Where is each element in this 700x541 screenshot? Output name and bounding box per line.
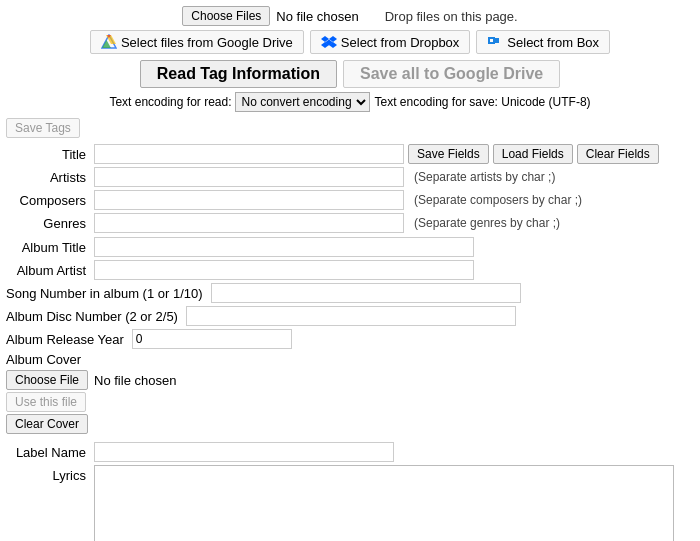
genres-row: Genres (Separate genres by char ;)	[6, 213, 694, 233]
choose-files-button[interactable]: Choose Files	[182, 6, 270, 26]
album-title-label: Album Title	[6, 240, 86, 255]
genres-label: Genres	[6, 216, 86, 231]
box-icon	[487, 34, 503, 50]
album-disc-label: Album Disc Number (2 or 2/5)	[6, 309, 178, 324]
artists-row: Artists (Separate artists by char ;)	[6, 167, 694, 187]
genres-input[interactable]	[94, 213, 404, 233]
cloud-buttons-row: Select files from Google Drive Select fr…	[6, 30, 694, 54]
artists-label: Artists	[6, 170, 86, 185]
svg-rect-4	[489, 38, 494, 43]
save-tags-button[interactable]: Save Tags	[6, 118, 80, 138]
composers-hint: (Separate composers by char ;)	[414, 193, 582, 207]
clear-cover-row: Clear Cover	[6, 414, 694, 434]
label-name-row: Label Name	[6, 442, 694, 462]
song-number-label: Song Number in album (1 or 1/10)	[6, 286, 203, 301]
album-disc-input[interactable]	[186, 306, 516, 326]
read-save-row: Read Tag Information Save all to Google …	[6, 60, 694, 88]
album-release-year-row: Album Release Year	[6, 329, 694, 349]
box-button[interactable]: Select from Box	[476, 30, 610, 54]
save-tags-row: Save Tags	[6, 118, 694, 138]
encoding-row: Text encoding for read: No convert encod…	[6, 92, 694, 112]
no-file-chosen-text: No file chosen	[276, 9, 358, 24]
read-encoding-select[interactable]: No convert encoding	[235, 92, 370, 112]
dropbox-icon	[321, 34, 337, 50]
album-cover-label: Album Cover	[6, 352, 81, 367]
save-fields-button[interactable]: Save Fields	[408, 144, 489, 164]
label-name-input[interactable]	[94, 442, 394, 462]
save-all-button[interactable]: Save all to Google Drive	[343, 60, 560, 88]
album-artist-label: Album Artist	[6, 263, 86, 278]
song-number-input[interactable]	[211, 283, 521, 303]
composers-input[interactable]	[94, 190, 404, 210]
album-artist-row: Album Artist	[6, 260, 694, 280]
title-row: Title Save Fields Load Fields Clear Fiel…	[6, 144, 694, 164]
drop-text: Drop files on this page.	[385, 9, 518, 24]
read-tag-button[interactable]: Read Tag Information	[140, 60, 337, 88]
clear-cover-button[interactable]: Clear Cover	[6, 414, 88, 434]
artists-input[interactable]	[94, 167, 404, 187]
title-input[interactable]	[94, 144, 404, 164]
album-release-year-input[interactable]	[132, 329, 292, 349]
dropbox-button[interactable]: Select from Dropbox	[310, 30, 471, 54]
read-encoding-label: Text encoding for read:	[109, 95, 231, 109]
album-cover-file-row: Choose File No file chosen	[6, 370, 694, 390]
album-title-row: Album Title	[6, 237, 694, 257]
load-fields-button[interactable]: Load Fields	[493, 144, 573, 164]
genres-hint: (Separate genres by char ;)	[414, 216, 560, 230]
album-cover-label-row: Album Cover	[6, 352, 694, 367]
lyrics-label: Lyrics	[6, 468, 86, 483]
gdrive-button[interactable]: Select files from Google Drive	[90, 30, 304, 54]
clear-fields-button[interactable]: Clear Fields	[577, 144, 659, 164]
lyrics-textarea[interactable]	[94, 465, 674, 541]
svg-rect-5	[494, 38, 499, 43]
album-cover-no-file-text: No file chosen	[94, 373, 176, 388]
save-encoding-label: Text encoding for save: Unicode (UTF-8)	[374, 95, 590, 109]
album-title-input[interactable]	[94, 237, 474, 257]
album-cover-choose-file-button[interactable]: Choose File	[6, 370, 88, 390]
title-label: Title	[6, 147, 86, 162]
use-this-file-row: Use this file	[6, 392, 694, 412]
album-disc-row: Album Disc Number (2 or 2/5)	[6, 306, 694, 326]
composers-label: Composers	[6, 193, 86, 208]
gdrive-icon	[101, 34, 117, 50]
song-number-row: Song Number in album (1 or 1/10)	[6, 283, 694, 303]
composers-row: Composers (Separate composers by char ;)	[6, 190, 694, 210]
artists-hint: (Separate artists by char ;)	[414, 170, 555, 184]
album-release-year-label: Album Release Year	[6, 332, 124, 347]
use-this-file-button[interactable]: Use this file	[6, 392, 86, 412]
lyrics-row: Lyrics	[6, 465, 694, 541]
album-artist-input[interactable]	[94, 260, 474, 280]
file-chooser-row: Choose Files No file chosen Drop files o…	[6, 6, 694, 26]
label-name-label: Label Name	[6, 445, 86, 460]
